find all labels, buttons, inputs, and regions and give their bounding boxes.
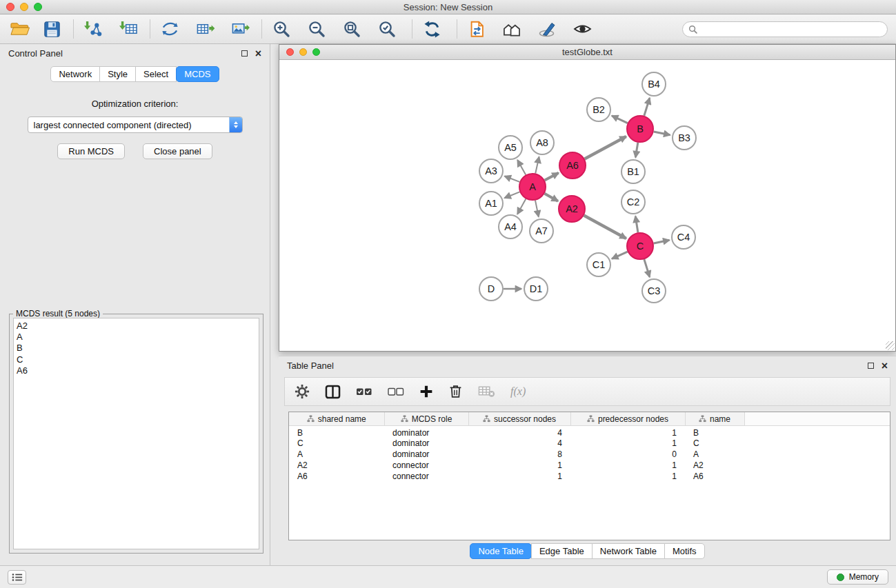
optimization-criterion-select[interactable]: largest connected component (directed) xyxy=(28,116,243,133)
float-panel-icon[interactable] xyxy=(241,50,248,57)
ndex-button[interactable] xyxy=(465,17,488,41)
graph-edge-B-B4[interactable] xyxy=(644,98,650,116)
zoom-out-button[interactable] xyxy=(305,17,328,41)
mcds-result-item[interactable]: B xyxy=(17,343,256,354)
mcds-result-item[interactable]: C xyxy=(17,354,256,365)
graph-edge-C-C1[interactable] xyxy=(612,252,628,258)
graph-node-A4[interactable]: A4 xyxy=(499,215,522,239)
graph-node-C2[interactable]: C2 xyxy=(621,190,645,214)
graph-edge-A6-B[interactable] xyxy=(585,136,626,159)
table-row[interactable]: A2connector11A2 xyxy=(289,460,890,471)
graph-edge-B-B1[interactable] xyxy=(635,143,637,158)
zoom-window-button[interactable] xyxy=(34,3,42,11)
column-header[interactable]: successor nodes xyxy=(468,412,570,425)
node-table[interactable]: shared nameMCDS rolesuccessor nodesprede… xyxy=(288,412,890,540)
graph-node-C4[interactable]: C4 xyxy=(672,225,695,249)
zoom-view-button[interactable] xyxy=(312,48,320,56)
graph-node-B4[interactable]: B4 xyxy=(642,72,666,96)
close-table-panel-icon[interactable]: × xyxy=(882,362,888,370)
graph-node-A3[interactable]: A3 xyxy=(479,159,503,183)
graph-node-A[interactable]: A xyxy=(519,174,546,200)
tab-motifs[interactable]: Motifs xyxy=(664,543,705,559)
graph-node-B3[interactable]: B3 xyxy=(673,126,696,150)
graph-edge-A-A2[interactable] xyxy=(544,194,558,201)
network-canvas[interactable]: B4B2BB3A5A8A6A3B1AC2A1A2A4A7C4CC1DD1C3 xyxy=(279,60,895,351)
table-row[interactable]: Cdominator41C xyxy=(289,438,890,449)
resize-grip[interactable] xyxy=(886,341,895,350)
show-details-button[interactable] xyxy=(570,17,594,41)
task-history-button[interactable] xyxy=(8,570,26,585)
table-mode-button[interactable] xyxy=(295,384,310,399)
delete-table-button[interactable] xyxy=(478,385,495,398)
graph-edge-A-A8[interactable] xyxy=(535,157,539,174)
minimize-window-button[interactable] xyxy=(20,3,28,11)
zoom-fit-button[interactable] xyxy=(340,17,364,41)
graph-node-A6[interactable]: A6 xyxy=(559,152,586,179)
deselect-all-button[interactable] xyxy=(388,386,404,397)
tab-network[interactable]: Network xyxy=(50,66,100,82)
graph-node-A7[interactable]: A7 xyxy=(530,219,553,243)
new-column-button[interactable] xyxy=(419,385,433,398)
cybrowser-button[interactable] xyxy=(535,17,559,41)
graph-node-C[interactable]: C xyxy=(627,233,653,259)
close-panel-button[interactable]: Close panel xyxy=(143,143,212,159)
tab-mcds[interactable]: MCDS xyxy=(176,66,219,82)
graph-node-C3[interactable]: C3 xyxy=(642,279,666,303)
show-columns-button[interactable] xyxy=(325,385,341,399)
minimize-view-button[interactable] xyxy=(299,48,307,56)
import-table-button[interactable] xyxy=(117,17,140,41)
graph-node-A8[interactable]: A8 xyxy=(530,131,554,154)
search-input[interactable] xyxy=(701,24,882,34)
table-row[interactable]: A6connector11A6 xyxy=(289,471,890,482)
close-view-button[interactable] xyxy=(286,48,294,56)
column-header[interactable]: predecessor nodes xyxy=(570,412,685,425)
float-table-panel-icon[interactable] xyxy=(868,363,874,369)
tab-network-table[interactable]: Network Table xyxy=(592,543,665,559)
graph-edge-B-B3[interactable] xyxy=(654,132,670,135)
mcds-result-item[interactable]: A xyxy=(17,332,256,343)
zoom-in-button[interactable] xyxy=(270,17,293,41)
save-session-button[interactable] xyxy=(40,17,63,41)
tab-style[interactable]: Style xyxy=(99,66,136,82)
home-button[interactable] xyxy=(500,17,524,41)
table-row[interactable]: Adominator80A xyxy=(289,449,890,460)
tab-node-table[interactable]: Node Table xyxy=(470,543,532,559)
select-all-button[interactable] xyxy=(356,386,372,397)
graph-node-D1[interactable]: D1 xyxy=(524,277,548,301)
graph-edge-B-B2[interactable] xyxy=(612,116,628,123)
zoom-selected-button[interactable] xyxy=(375,17,399,41)
delete-columns-button[interactable] xyxy=(448,384,463,399)
apply-layout-button[interactable] xyxy=(420,17,444,41)
open-session-button[interactable] xyxy=(8,17,32,41)
tab-select[interactable]: Select xyxy=(135,66,177,82)
graph-edge-A-A3[interactable] xyxy=(505,176,520,182)
graph-node-B[interactable]: B xyxy=(627,116,653,142)
graph-node-A2[interactable]: A2 xyxy=(559,196,585,222)
graph-edge-A-A4[interactable] xyxy=(517,199,526,214)
search-box[interactable] xyxy=(682,21,888,37)
graph-edge-A-A5[interactable] xyxy=(517,160,526,174)
graph-edge-A2-C[interactable] xyxy=(584,216,626,239)
tab-edge-table[interactable]: Edge Table xyxy=(531,543,593,559)
graph-edge-C-C2[interactable] xyxy=(635,216,638,232)
mcds-result-list[interactable]: A2ABCA6 xyxy=(13,318,259,549)
memory-button[interactable]: Memory xyxy=(827,569,888,585)
graph-node-A5[interactable]: A5 xyxy=(499,136,522,159)
graph-node-B2[interactable]: B2 xyxy=(587,98,610,121)
export-table-button[interactable] xyxy=(193,17,217,41)
graph-edge-A-A6[interactable] xyxy=(545,173,559,181)
export-network-button[interactable] xyxy=(158,17,181,41)
graph-node-D[interactable]: D xyxy=(479,277,503,301)
graph-edge-A-A7[interactable] xyxy=(535,201,539,217)
export-image-button[interactable] xyxy=(228,17,252,41)
graph-node-B1[interactable]: B1 xyxy=(621,160,645,183)
graph-node-A1[interactable]: A1 xyxy=(479,192,503,215)
graph-node-C1[interactable]: C1 xyxy=(587,253,610,276)
graph-edge-C-C4[interactable] xyxy=(654,240,670,243)
column-header[interactable]: name xyxy=(685,412,744,425)
close-window-button[interactable] xyxy=(6,3,14,11)
function-builder-button[interactable]: f(x) xyxy=(510,385,526,398)
graph-edge-A-A1[interactable] xyxy=(504,192,519,198)
column-header[interactable]: MCDS role xyxy=(384,412,468,425)
import-network-button[interactable] xyxy=(81,17,105,41)
